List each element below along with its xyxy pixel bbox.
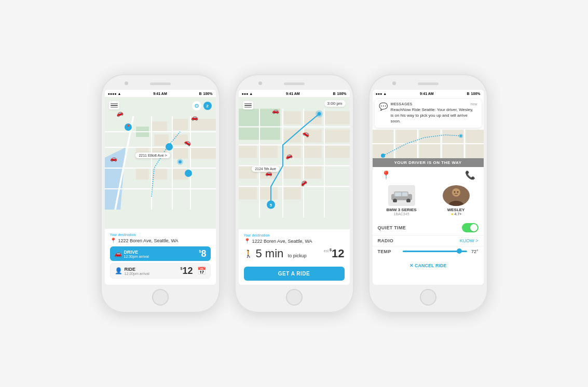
ride-price-1: $ 12	[181, 266, 193, 275]
mini-map-3	[373, 130, 484, 158]
calendar-icon-1[interactable]: 📅	[197, 267, 206, 275]
phone-camera-1	[125, 81, 128, 85]
driver-name-3: WESLEY	[443, 208, 470, 212]
walk-icon-2: 🚶	[244, 250, 253, 258]
temp-row-3: TEMP 72°	[373, 246, 484, 257]
driver-info-3: BMW 3 SERIES 1BAC345	[373, 183, 484, 220]
car-1c: 🚗	[191, 114, 198, 121]
phone-call-icon-3[interactable]: 📞	[465, 170, 475, 180]
destination-row-1: 📍 1222 Boren Ave, Seattle, WA	[110, 238, 211, 243]
svg-rect-3	[172, 119, 188, 130]
phone-top-bar-2	[239, 79, 350, 88]
svg-rect-72	[395, 192, 401, 196]
temp-value-3: 72°	[471, 249, 478, 254]
car-plate-3: 1BAC345	[386, 212, 416, 216]
price-2: 12	[332, 247, 344, 260]
radio-value-3[interactable]: KUOW >	[460, 238, 478, 243]
radio-row-3: RADIO KUOW >	[373, 236, 484, 246]
phone-screen-2: ●●● ▲ 9:41 AM B 100%	[239, 90, 350, 285]
route-icon-3[interactable]: 📍	[381, 170, 391, 180]
quiet-time-toggle-3[interactable]	[462, 223, 478, 232]
signal-icon-1: ●●●●	[108, 92, 117, 95]
phone-camera-3	[392, 81, 396, 85]
drive-sub-1: 12:30pm arrival	[124, 255, 149, 258]
svg-rect-34	[304, 145, 322, 158]
car-name-3: BMW 3 SERIES	[386, 208, 416, 212]
svg-rect-39	[304, 166, 322, 179]
map-svg-1	[105, 97, 216, 229]
phone-screen-1: ●●●● ▲ 9:41 AM B 100%	[105, 90, 216, 285]
map-pin-1c	[185, 170, 192, 177]
time-label-2: 3:00 pm	[324, 100, 346, 107]
drive-price-1: $ 8	[199, 249, 207, 258]
svg-point-76	[452, 188, 460, 197]
temp-knob-3[interactable]	[457, 248, 462, 254]
phone-camera-2	[258, 81, 262, 85]
signal-area-1: ●●●● ▲	[108, 92, 121, 95]
ride-option-left: 👤 RIDE 12:20pm arrival	[115, 267, 149, 275]
bottom-panel-2: Your destination 📍 1222 Boren Ave, Seatt…	[239, 229, 350, 285]
est-price-2: est $ 12	[324, 247, 345, 260]
temp-slider-3[interactable]	[403, 251, 467, 252]
drive-icon-1: 🚗	[114, 250, 122, 257]
svg-rect-31	[239, 145, 257, 158]
destination-row-2: 📍 1222 Boren Ave, Seattle, WA	[244, 238, 345, 244]
address-bubble-1: 2211 Elliott Ave >	[135, 153, 170, 158]
filter-area-1[interactable]: ⚙ 2	[192, 101, 212, 110]
car-2d: 🚗	[265, 170, 272, 176]
phone-2: ●●● ▲ 9:41 AM B 100%	[235, 74, 354, 313]
wifi-icon-1: ▲	[117, 92, 121, 95]
home-button-1[interactable]	[152, 289, 169, 306]
get-ride-button-2[interactable]: GET A RIDE	[244, 267, 345, 281]
phone-top-bar-3	[373, 79, 484, 88]
cancel-button-3[interactable]: ✕ CANCEL RIDE	[409, 263, 447, 268]
ride-icon-1: 👤	[115, 267, 122, 274]
svg-rect-35	[324, 145, 350, 158]
phone-3: ●●● ▲ 9:41 AM B 100% 💬 MESSAGES now Reac	[368, 74, 488, 313]
home-button-2[interactable]	[286, 289, 303, 306]
ride-text-1: RIDE 12:20pm arrival	[125, 267, 149, 275]
phone-top-bar-1	[105, 79, 216, 88]
drive-option-1[interactable]: 🚗 DRIVE 12:30pm arrival $ 8	[110, 246, 211, 261]
svg-rect-73	[402, 192, 407, 196]
menu-icon-2[interactable]	[243, 101, 253, 109]
est-label-2: est	[324, 249, 329, 253]
scene: ●●●● ▲ 9:41 AM B 100%	[80, 53, 509, 334]
car-1d: 🚗	[110, 155, 117, 162]
svg-rect-40	[239, 187, 257, 200]
time-1: 9:41 AM	[153, 92, 167, 95]
destination-text-2: 1222 Boren Ave, Seattle, WA	[252, 239, 312, 244]
pickup-label-2: to pickup	[288, 253, 307, 258]
destination-label-2: Your destination	[244, 233, 345, 237]
svg-rect-38	[283, 166, 301, 179]
svg-rect-11	[136, 168, 149, 179]
bluetooth-icon-1: B	[199, 92, 202, 95]
signal-icon-2: ●●●	[242, 92, 249, 95]
battery-2: 100%	[337, 92, 347, 95]
time-3: 9:41 AM	[420, 92, 434, 95]
wifi-icon-2: ▲	[249, 92, 253, 95]
driver-status-bar-3: YOUR DRIVER IS ON THE WAY	[373, 158, 484, 167]
bluetooth-icon-3: B	[467, 92, 470, 95]
quiet-time-row-3: QUIET TIME	[373, 220, 484, 236]
ride-option-1[interactable]: 👤 RIDE 12:20pm arrival $ 12 📅	[110, 263, 211, 279]
svg-point-52	[317, 112, 321, 116]
phone-1: ●●●● ▲ 9:41 AM B 100%	[101, 74, 220, 313]
filter-icon-1[interactable]: ⚙	[192, 101, 201, 110]
radio-label-3: RADIO	[378, 238, 394, 243]
signal-icon-3: ●●●	[376, 92, 382, 95]
home-button-3[interactable]	[420, 289, 436, 306]
drive-price-num-1: 8	[201, 249, 206, 258]
notif-app-3: MESSAGES	[391, 102, 413, 106]
driver-photo-3	[443, 185, 470, 206]
time-2: 9:41 AM	[286, 92, 300, 95]
svg-point-75	[449, 201, 463, 206]
driver-actions-3: 📍 📞	[373, 167, 484, 183]
drive-title-1: DRIVE	[124, 250, 149, 255]
svg-text:5: 5	[269, 203, 272, 208]
phone-speaker-1	[150, 82, 171, 85]
menu-icon-1[interactable]	[109, 101, 119, 109]
svg-point-77	[454, 191, 455, 192]
destination-label-1: Your destination	[110, 233, 211, 237]
status-bar-1: ●●●● ▲ 9:41 AM B 100%	[105, 90, 216, 97]
